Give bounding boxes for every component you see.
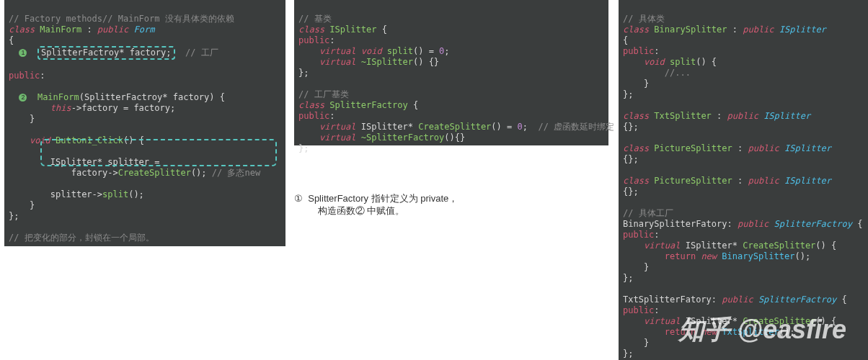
semicolon: ; (166, 48, 171, 58)
type: TxtSplitter (722, 327, 779, 337)
fn: CreateSplitter (743, 316, 815, 326)
type: SplitterFactroy (329, 100, 407, 110)
type: ISplitter* (686, 316, 738, 326)
parens: () {} (413, 57, 439, 67)
parens: (); (779, 327, 795, 337)
kw-public: public (748, 143, 779, 153)
brace: } (9, 200, 35, 210)
stmt: splitter-> (9, 189, 102, 199)
kw-void: void (644, 57, 665, 67)
type: MainForm (40, 24, 81, 35)
colon: : (329, 35, 335, 45)
brace: { (857, 219, 862, 229)
kw-virtual: virtual (644, 316, 681, 326)
semi: ; (523, 122, 528, 132)
fn: split (670, 57, 696, 67)
parens: () { (815, 316, 836, 326)
kw-class: class (623, 111, 649, 121)
txt: () = (491, 122, 517, 132)
comment: // Factory methods// MainForm 没有具体类的依赖 (9, 14, 234, 24)
fn: CreateSplitter (418, 122, 491, 132)
type: SplitterFactroy (758, 294, 836, 305)
semi: ; (444, 46, 449, 56)
brace: }; (623, 348, 633, 359)
parens: (); (191, 168, 207, 178)
comment: // 虚函数延时绑定 (538, 122, 614, 132)
parens: (); (794, 251, 810, 261)
comment: // 基类 (298, 14, 332, 24)
type: BinarySplitter (722, 251, 794, 261)
ctor: MainForm (37, 92, 79, 102)
kw-class: class (623, 176, 649, 186)
kw-void: void (361, 46, 382, 56)
decl: SplitterFactroy* (41, 48, 130, 58)
dtor: ~ISplitter (361, 57, 413, 67)
kw-class: class (623, 24, 649, 35)
brace: }; (9, 211, 19, 221)
brace: { (841, 294, 846, 305)
call: split (102, 189, 128, 199)
kw-public: public (738, 219, 769, 229)
txt: () = (413, 46, 439, 56)
caption: ① SplitterFactory 指针定义为 private， 构造函数② 中… (294, 181, 458, 217)
colon: : (329, 111, 335, 121)
brace: { (413, 100, 418, 110)
fn: split (387, 46, 413, 56)
kw-public: public (748, 176, 779, 186)
kw-return: return (665, 251, 696, 261)
brace: } (623, 338, 649, 348)
highlight-factory-decl: SplitterFactroy* factory; (37, 46, 175, 60)
kw-class: class (9, 24, 35, 35)
type: ISplitter (784, 143, 831, 153)
comment: // 具体类 (623, 14, 665, 24)
kw-public: public (623, 305, 654, 315)
colon: : (732, 24, 738, 35)
dtor: ~SplitterFactroy (361, 132, 445, 143)
kw-virtual: virtual (319, 122, 356, 132)
brace: { (382, 24, 387, 35)
comment: // 工厂 (185, 48, 218, 58)
kw-virtual: virtual (644, 240, 681, 251)
kw-new: new (701, 327, 717, 337)
brace: }; (298, 68, 309, 78)
call: CreateSplitter (118, 168, 191, 178)
brace: }; (623, 89, 633, 99)
type: ISplitter (784, 176, 831, 186)
type: ISplitter* (686, 240, 738, 251)
badge-1: 1 (19, 49, 27, 57)
kw-virtual: virtual (319, 46, 356, 56)
colon: : (40, 71, 45, 81)
brace: } (623, 78, 649, 89)
kw-public: public (623, 46, 654, 56)
parens: () { (696, 57, 717, 67)
type: TxtSplitter (654, 111, 711, 121)
brace: { (9, 35, 14, 45)
type: ISplitter (329, 24, 376, 35)
kw-class: class (623, 143, 649, 153)
kw-public: public (298, 35, 329, 45)
type: Form (133, 24, 154, 35)
colon: : (717, 111, 722, 121)
code-pane-middle: // 基类 class ISplitter { public: virtual … (294, 0, 608, 145)
kw-virtual: virtual (319, 57, 356, 67)
comment: // 多态new (212, 168, 260, 178)
params: (SplitterFactroy* factory) { (79, 92, 225, 102)
brace: { (623, 35, 628, 45)
colon: : (654, 46, 659, 56)
type: PictureSplitter (654, 176, 732, 186)
caption-line1: ① SplitterFactory 指针定义为 private， (294, 193, 458, 204)
kw-public: public (727, 111, 758, 121)
comment: //... (623, 68, 691, 78)
brace: {}; (623, 186, 639, 197)
type: BinarySplitter (654, 24, 727, 35)
colon: : (738, 176, 743, 186)
parens: (){} (444, 132, 465, 143)
ident: factory (130, 48, 167, 58)
brace: } (623, 262, 649, 272)
parens: () { (815, 240, 836, 251)
highlight-box-splitter (40, 139, 277, 166)
type: BinarySplitterFatory: (623, 219, 732, 229)
comment: // 把变化的部分，封锁在一个局部。 (9, 233, 154, 243)
type: ISplitter (779, 24, 826, 35)
kw-public: public (298, 111, 329, 121)
